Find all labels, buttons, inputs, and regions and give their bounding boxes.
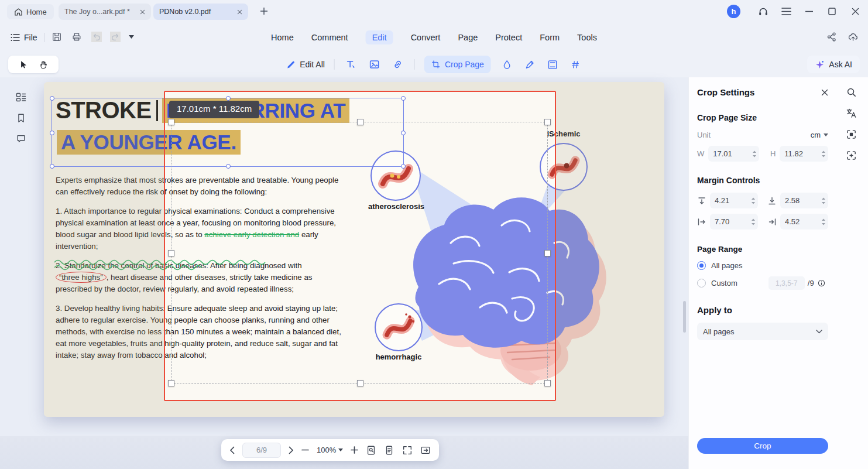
bookmarks-panel-icon[interactable] bbox=[16, 112, 26, 124]
single-page-view-icon[interactable] bbox=[384, 445, 394, 456]
ai-sparkle-icon bbox=[815, 60, 825, 70]
search-icon[interactable] bbox=[846, 87, 857, 98]
zoom-level: 100% bbox=[317, 446, 336, 454]
canvas-scrollbar[interactable] bbox=[683, 301, 686, 333]
translate-icon[interactable] bbox=[846, 108, 857, 119]
close-window-icon[interactable] bbox=[852, 8, 859, 15]
caret-down-icon bbox=[338, 449, 343, 451]
select-cursor-icon[interactable] bbox=[18, 60, 28, 70]
margin-top-input[interactable] bbox=[715, 196, 750, 205]
crop-settings-panel: Crop Settings Crop Page Size Unit cm W bbox=[688, 77, 868, 469]
more-tools-caret-icon[interactable] bbox=[129, 35, 134, 39]
zoom-out-icon[interactable] bbox=[301, 446, 309, 454]
margin-right-stepper[interactable] bbox=[780, 214, 828, 230]
previous-page-icon[interactable] bbox=[229, 446, 235, 454]
header-footer-icon[interactable] bbox=[546, 58, 560, 71]
close-panel-icon[interactable] bbox=[821, 89, 828, 96]
presentation-mode-icon[interactable] bbox=[420, 445, 431, 456]
selection-handle[interactable] bbox=[50, 96, 54, 101]
home-button[interactable]: Home bbox=[7, 4, 54, 19]
support-headset-icon[interactable] bbox=[757, 6, 769, 18]
stepper-arrows-icon[interactable] bbox=[751, 218, 756, 226]
menu-tools[interactable]: Tools bbox=[577, 33, 597, 42]
all-pages-radio[interactable] bbox=[697, 261, 706, 270]
menu-comment[interactable]: Comment bbox=[311, 33, 348, 42]
custom-range-input[interactable] bbox=[768, 276, 805, 290]
redo-icon[interactable] bbox=[110, 32, 121, 42]
tab-document-1[interactable]: The Joy o...ark.pdf * bbox=[59, 4, 151, 20]
close-tab-icon[interactable] bbox=[140, 9, 145, 15]
menu-edit-active[interactable]: Edit bbox=[366, 30, 393, 44]
custom-range-radio[interactable] bbox=[697, 279, 706, 287]
margin-bottom-icon bbox=[767, 196, 777, 206]
page-preview-icon[interactable] bbox=[366, 445, 376, 456]
menu-page[interactable]: Page bbox=[458, 33, 478, 42]
page-indicator[interactable]: 6/9 bbox=[242, 443, 281, 458]
menu-icon[interactable] bbox=[781, 7, 791, 16]
crop-icon bbox=[431, 60, 441, 69]
zoom-level-dropdown[interactable]: 100% bbox=[317, 446, 343, 454]
crop-confirm-button[interactable]: Crop bbox=[697, 438, 828, 454]
watermark-icon[interactable] bbox=[500, 58, 514, 71]
unit-label: Unit bbox=[697, 131, 711, 139]
edit-all-button[interactable]: Edit All bbox=[286, 60, 325, 70]
crop-frame[interactable] bbox=[164, 91, 556, 401]
panel-right-rail bbox=[846, 87, 857, 161]
thumbnails-panel-icon[interactable] bbox=[15, 91, 27, 103]
pdf-page[interactable]: STROKE IS OCCURRING AT A YOUNGER AGE. Ex… bbox=[44, 82, 664, 417]
cloud-upload-icon[interactable] bbox=[848, 32, 859, 42]
next-page-icon[interactable] bbox=[289, 446, 294, 454]
share-icon[interactable] bbox=[826, 32, 837, 42]
fullscreen-icon[interactable] bbox=[402, 445, 413, 456]
edit-text-icon[interactable] bbox=[344, 57, 358, 71]
edit-toolbar: Edit All Crop Page bbox=[0, 52, 868, 77]
margin-right-input[interactable] bbox=[785, 217, 820, 226]
height-stepper[interactable] bbox=[780, 146, 828, 162]
margin-left-stepper[interactable] bbox=[710, 214, 758, 230]
margin-bottom-stepper[interactable] bbox=[780, 193, 828, 208]
comments-panel-icon[interactable] bbox=[16, 133, 26, 144]
info-icon[interactable] bbox=[817, 279, 826, 287]
stepper-arrows-icon[interactable] bbox=[751, 197, 756, 205]
selection-handle[interactable] bbox=[50, 164, 54, 169]
edit-image-icon[interactable] bbox=[368, 57, 382, 71]
background-icon[interactable] bbox=[523, 58, 537, 71]
zoom-in-icon[interactable] bbox=[351, 446, 358, 454]
hand-tool-icon[interactable] bbox=[39, 60, 49, 70]
stepper-arrows-icon[interactable] bbox=[821, 197, 826, 205]
margin-top-stepper[interactable] bbox=[710, 193, 758, 208]
edit-link-icon[interactable] bbox=[391, 57, 405, 71]
stepper-arrows-icon[interactable] bbox=[752, 150, 757, 158]
file-menu[interactable]: File bbox=[11, 30, 37, 44]
fit-selection-icon[interactable] bbox=[846, 150, 857, 161]
menu-convert[interactable]: Convert bbox=[411, 33, 441, 42]
tab-document-2-active[interactable]: PDNob v2.0.pdf bbox=[153, 4, 248, 20]
menu-protect[interactable]: Protect bbox=[495, 33, 522, 42]
width-stepper[interactable] bbox=[708, 146, 759, 162]
menu-home[interactable]: Home bbox=[271, 33, 294, 42]
crop-page-button[interactable]: Crop Page bbox=[424, 56, 491, 73]
minimize-window-icon[interactable] bbox=[805, 11, 813, 12]
crop-preview-icon[interactable] bbox=[846, 129, 857, 140]
apply-to-dropdown[interactable]: All pages bbox=[697, 323, 828, 340]
avatar[interactable]: h bbox=[727, 5, 740, 18]
print-icon[interactable] bbox=[71, 32, 82, 42]
margin-left-input[interactable] bbox=[715, 217, 750, 226]
stepper-arrows-icon[interactable] bbox=[821, 150, 826, 158]
height-input[interactable] bbox=[784, 149, 820, 158]
menu-form[interactable]: Form bbox=[540, 33, 560, 42]
maximize-window-icon[interactable] bbox=[828, 8, 836, 15]
margin-bottom-input[interactable] bbox=[785, 196, 820, 205]
close-tab-icon[interactable] bbox=[237, 9, 242, 15]
crop-dim-overlay bbox=[164, 401, 556, 417]
bates-numbering-icon[interactable] bbox=[569, 58, 582, 71]
undo-icon[interactable] bbox=[91, 32, 102, 42]
new-tab-button[interactable] bbox=[259, 6, 269, 16]
stepper-arrows-icon[interactable] bbox=[821, 218, 826, 226]
ask-ai-button[interactable]: Ask AI bbox=[807, 56, 860, 73]
width-input[interactable] bbox=[713, 149, 751, 158]
unit-dropdown[interactable]: cm bbox=[811, 131, 828, 139]
margin-section-heading: Margin Controls bbox=[697, 176, 828, 185]
selection-handle[interactable] bbox=[50, 131, 54, 135]
save-icon[interactable] bbox=[52, 32, 62, 42]
